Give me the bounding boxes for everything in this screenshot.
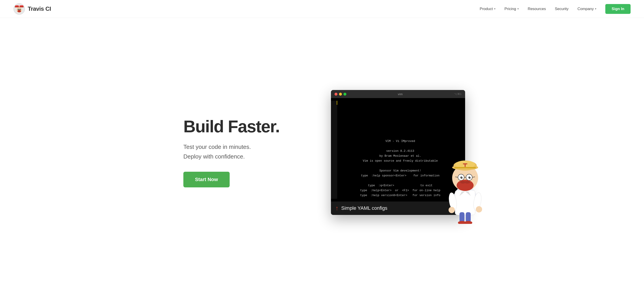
navbar: Travis CI Product ▾ Pricing ▾ Resources …	[0, 0, 644, 18]
maximize-button-dot[interactable]	[344, 93, 346, 96]
nav-item-pricing[interactable]: Pricing ▾	[501, 5, 522, 13]
svg-rect-46	[466, 212, 471, 222]
vim-splash: VIM - Vi IMproved version 8.2.4113 by Br…	[340, 124, 461, 198]
svg-point-36	[462, 177, 462, 177]
chevron-down-icon: ▾	[595, 8, 596, 10]
svg-rect-45	[460, 212, 464, 222]
svg-rect-17	[455, 190, 475, 215]
logo-link[interactable]: Travis CI	[14, 3, 51, 15]
chevron-down-icon: ▾	[494, 8, 496, 10]
logo-text: Travis CI	[28, 5, 51, 12]
close-button-dot[interactable]	[334, 93, 338, 96]
window-controls	[334, 93, 346, 96]
svg-point-34	[460, 176, 463, 179]
chevron-down-icon: ▾	[518, 8, 519, 10]
minimize-button-dot[interactable]	[339, 93, 342, 96]
svg-point-37	[470, 177, 470, 177]
terminal-shortcut: ⌥⌘1	[454, 93, 462, 96]
hero-visual: vim ⌥⌘1 VIM - Vi IMproved	[331, 90, 470, 215]
svg-rect-4	[19, 6, 20, 7]
yaml-label: Simple YAML configs	[341, 205, 387, 211]
svg-point-15	[19, 10, 20, 11]
start-now-button[interactable]: Start Now	[183, 172, 230, 187]
svg-point-48	[464, 221, 472, 224]
terminal-gutter	[331, 101, 337, 199]
svg-point-23	[476, 206, 482, 212]
mascot-figure	[443, 152, 488, 219]
hero-title: Build Faster.	[183, 118, 280, 135]
terminal-titlebar: vim ⌥⌘1	[331, 90, 465, 98]
signin-button[interactable]: Sign In	[605, 4, 630, 14]
hero-subtitle: Test your code in minutes. Deploy with c…	[183, 143, 280, 161]
nav-links: Product ▾ Pricing ▾ Resources Security C…	[476, 4, 630, 14]
svg-point-42	[456, 180, 474, 191]
logo-icon	[14, 3, 25, 15]
svg-point-8	[18, 9, 19, 10]
nav-item-security[interactable]: Security	[551, 5, 572, 13]
nav-item-resources[interactable]: Resources	[524, 5, 550, 13]
svg-point-35	[468, 176, 471, 179]
hero-section: Build Faster. Test your code in minutes.…	[161, 18, 483, 287]
arrow-up-icon: ↑	[336, 205, 338, 212]
nav-item-company[interactable]: Company ▾	[574, 5, 600, 13]
svg-point-44	[465, 181, 470, 184]
hero-content: Build Faster. Test your code in minutes.…	[183, 118, 280, 187]
svg-point-22	[448, 207, 455, 213]
svg-rect-31	[454, 167, 476, 168]
terminal-title: vim	[398, 93, 403, 96]
svg-point-9	[20, 9, 20, 10]
nav-item-product[interactable]: Product ▾	[476, 5, 499, 13]
gutter-line	[331, 101, 337, 105]
svg-rect-30	[465, 163, 466, 167]
